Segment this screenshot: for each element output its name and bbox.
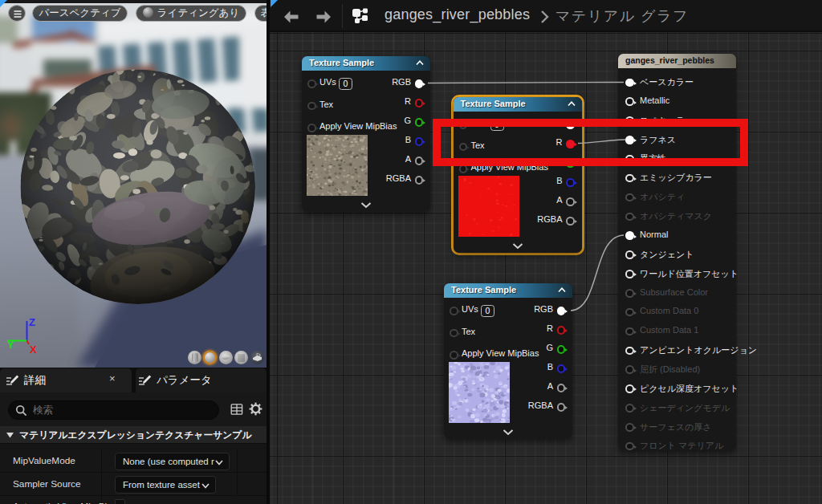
svg-text:Y: Y — [7, 339, 14, 351]
svg-text:Z: Z — [29, 316, 35, 328]
svg-text:X: X — [30, 343, 37, 356]
